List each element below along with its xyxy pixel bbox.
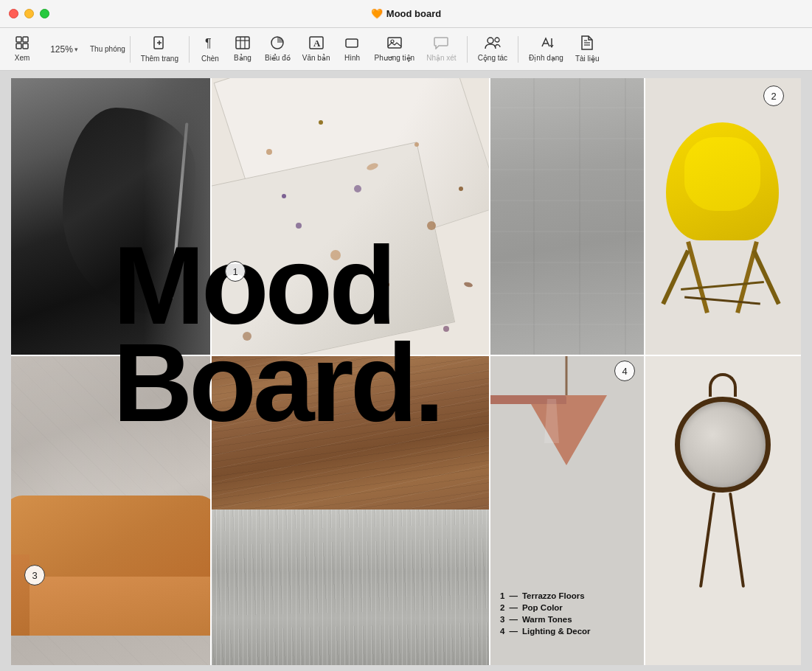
page-badge-2: 2 bbox=[763, 86, 784, 106]
svg-text:A: A bbox=[313, 38, 321, 49]
view-icon bbox=[15, 36, 29, 52]
svg-rect-8 bbox=[236, 37, 249, 49]
grid-line-v1 bbox=[210, 78, 212, 665]
toolbar-divider-4 bbox=[518, 36, 518, 63]
media-icon bbox=[387, 36, 402, 52]
image-cell-leather-chair bbox=[11, 78, 210, 355]
add-page-button[interactable]: Thêm trang bbox=[135, 32, 184, 66]
comment-label: Nhận xét bbox=[426, 54, 456, 62]
insert-button[interactable]: ¶ Chèn bbox=[194, 32, 226, 66]
grid-line-v2 bbox=[489, 78, 490, 665]
svg-point-38 bbox=[282, 194, 286, 198]
legend-area: 1 — Terrazzo Floors 2 — Pop Color 3 — Wa… bbox=[489, 561, 644, 665]
svg-point-36 bbox=[443, 326, 449, 332]
toolbar: Xem 125% ▾ Thu phóng Thêm trang ¶ Chèn bbox=[0, 28, 812, 71]
close-button[interactable] bbox=[9, 9, 18, 18]
zoom-label: Thu phóng bbox=[90, 45, 125, 53]
grid-line-horizontal bbox=[11, 355, 801, 356]
svg-point-27 bbox=[354, 185, 361, 192]
media-button[interactable]: Phương tiện bbox=[368, 33, 420, 65]
text-label: Văn bản bbox=[302, 54, 330, 62]
add-page-label: Thêm trang bbox=[141, 55, 178, 63]
svg-point-31 bbox=[385, 282, 389, 287]
shape-icon bbox=[344, 36, 359, 52]
svg-point-39 bbox=[366, 162, 379, 172]
window-title: 🧡 Mood board bbox=[371, 8, 441, 19]
svg-point-35 bbox=[243, 332, 251, 341]
chart-button[interactable]: Biểu đồ bbox=[259, 33, 296, 65]
svg-rect-3 bbox=[23, 44, 28, 49]
insert-icon: ¶ bbox=[203, 35, 218, 52]
titlebar: 🧡 Mood board bbox=[0, 0, 812, 28]
title-emoji: 🧡 bbox=[371, 8, 383, 19]
format-icon bbox=[539, 36, 554, 52]
zoom-chevron-icon: ▾ bbox=[74, 46, 78, 53]
minimize-button[interactable] bbox=[24, 9, 34, 18]
text-icon: A bbox=[309, 36, 324, 52]
toolbar-divider-3 bbox=[467, 36, 468, 63]
view-button[interactable]: Xem bbox=[6, 33, 38, 65]
table-label: Bảng bbox=[234, 54, 251, 62]
toolbar-divider-1 bbox=[130, 36, 131, 63]
chart-label: Biểu đồ bbox=[265, 54, 291, 62]
svg-text:¶: ¶ bbox=[205, 37, 212, 49]
zoom-button[interactable]: 125% ▾ bbox=[38, 41, 90, 58]
text-button[interactable]: A Văn bản bbox=[296, 33, 336, 65]
slide: 1 — Terrazzo Floors 2 — Pop Color 3 — Wa… bbox=[11, 78, 801, 665]
svg-point-29 bbox=[296, 223, 302, 229]
collaborate-button[interactable]: Cộng tác bbox=[472, 33, 513, 65]
svg-point-26 bbox=[319, 120, 323, 125]
image-cell-plaster-wall bbox=[11, 355, 210, 665]
format-label: Định dạng bbox=[529, 54, 563, 62]
traffic-lights bbox=[9, 9, 49, 18]
page-badge-3: 3 bbox=[24, 565, 45, 585]
svg-rect-0 bbox=[16, 37, 21, 42]
svg-rect-16 bbox=[388, 38, 401, 48]
table-button[interactable]: Bảng bbox=[226, 33, 259, 65]
collaborate-icon bbox=[485, 36, 501, 52]
document-button[interactable]: Tài liệu bbox=[569, 32, 605, 66]
svg-point-25 bbox=[266, 149, 272, 155]
zoom-value: 125% ▾ bbox=[50, 44, 78, 55]
svg-point-32 bbox=[251, 281, 258, 288]
image-cell-wood-fur bbox=[210, 355, 489, 665]
shape-label: Hình bbox=[344, 54, 360, 62]
image-cell-mirror bbox=[644, 355, 801, 665]
svg-point-30 bbox=[427, 221, 436, 230]
legend-item-2: 2 — Pop Color bbox=[500, 603, 633, 612]
svg-point-34 bbox=[459, 187, 463, 191]
legend-item-4: 4 — Lighting & Decor bbox=[500, 627, 633, 636]
svg-rect-2 bbox=[16, 44, 21, 49]
toolbar-divider-2 bbox=[189, 36, 190, 63]
svg-point-40 bbox=[463, 282, 473, 288]
legend-item-3: 3 — Warm Tones bbox=[500, 615, 633, 624]
image-cell-terrazzo bbox=[210, 78, 489, 355]
maximize-button[interactable] bbox=[40, 9, 49, 18]
svg-rect-1 bbox=[23, 37, 28, 42]
comment-button[interactable]: Nhận xét bbox=[420, 33, 462, 65]
svg-point-28 bbox=[414, 142, 419, 147]
media-label: Phương tiện bbox=[374, 54, 414, 62]
comment-icon bbox=[434, 36, 448, 52]
table-icon bbox=[235, 36, 250, 52]
chart-icon bbox=[270, 36, 285, 52]
svg-rect-15 bbox=[346, 39, 358, 47]
shape-button[interactable]: Hình bbox=[336, 33, 368, 65]
svg-point-33 bbox=[340, 311, 346, 317]
grid-line-v3 bbox=[644, 78, 645, 665]
svg-point-17 bbox=[391, 40, 394, 43]
document-label: Tài liệu bbox=[575, 55, 600, 63]
view-label: Xem bbox=[15, 54, 30, 62]
page-badge-1: 1 bbox=[225, 261, 246, 282]
document-icon bbox=[580, 35, 594, 52]
svg-point-19 bbox=[495, 38, 499, 42]
image-cell-concrete bbox=[489, 78, 644, 355]
add-page-icon bbox=[152, 35, 167, 52]
format-button[interactable]: Định dạng bbox=[523, 33, 569, 65]
title-text: Mood board bbox=[386, 8, 441, 19]
legend-item-1: 1 — Terrazzo Floors bbox=[500, 591, 633, 600]
image-cell-yellow-chair bbox=[644, 78, 801, 355]
page-badge-4: 4 bbox=[614, 361, 635, 381]
collaborate-label: Cộng tác bbox=[478, 54, 507, 62]
insert-label: Chèn bbox=[201, 55, 219, 63]
